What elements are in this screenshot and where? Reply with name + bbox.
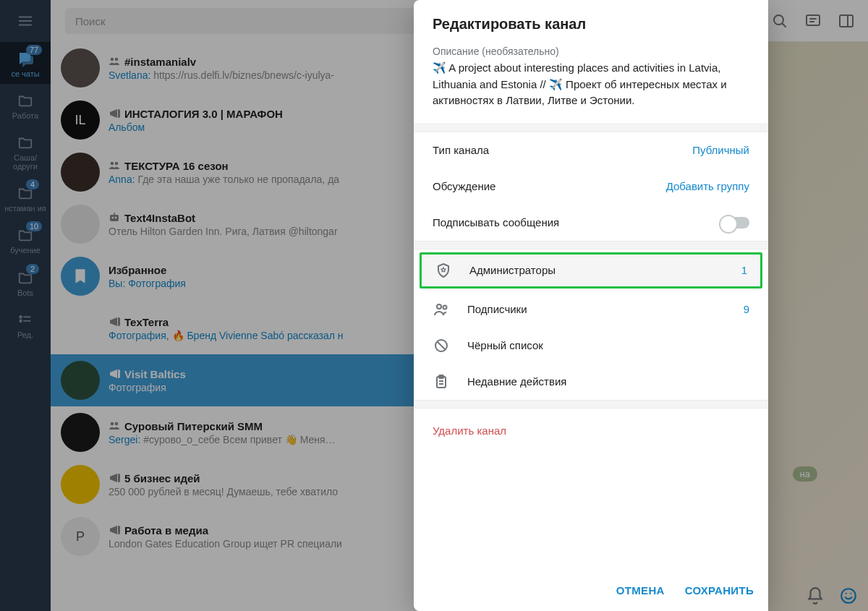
ban-icon [433,337,450,354]
subscribers-row[interactable]: Подписчики 9 [414,291,768,328]
channel-type-row[interactable]: Тип канала Публичный [414,132,768,168]
section-divider [414,241,768,249]
administrators-label: Администраторы [469,264,724,276]
cancel-button[interactable]: ОТМЕНА [616,584,665,597]
description-label: Описание (необязательно) [433,46,749,57]
svg-point-15 [437,304,441,309]
sign-messages-toggle[interactable] [720,217,749,228]
channel-type-label: Тип канала [433,144,489,156]
discussion-value: Добавить группу [666,180,749,192]
sign-messages-label: Подписывать сообщения [433,216,559,228]
sign-messages-row[interactable]: Подписывать сообщения [414,205,768,241]
channel-type-value: Публичный [692,144,749,156]
blacklist-label: Чёрный список [467,339,749,351]
discussion-row[interactable]: Обсуждение Добавить группу [414,168,768,205]
administrators-count: 1 [741,264,747,276]
delete-channel-label: Удалить канал [433,424,506,437]
shield-icon [435,262,452,279]
description-block[interactable]: Описание (необязательно) ✈️ A project ab… [414,46,768,124]
modal-footer: ОТМЕНА СОХРАНИТЬ [414,573,768,611]
delete-channel-row[interactable]: Удалить канал [414,409,768,445]
blacklist-row[interactable]: Чёрный список [414,328,768,364]
section-divider [414,400,768,409]
discussion-label: Обсуждение [433,180,495,192]
section-divider [414,124,768,132]
modal-title: Редактировать канал [414,0,768,46]
administrators-row[interactable]: Администраторы 1 [420,252,762,289]
subscribers-label: Подписчики [467,303,726,315]
recent-actions-row[interactable]: Недавние действия [414,364,768,400]
modal-body: Описание (необязательно) ✈️ A project ab… [414,46,768,573]
subscribers-count: 9 [744,303,749,315]
recent-actions-label: Недавние действия [467,375,749,388]
clipboard-icon [433,373,450,390]
people-icon [433,301,450,318]
svg-point-16 [443,305,447,309]
description-text: ✈️ A project about interesting places an… [433,60,749,109]
edit-channel-modal: Редактировать канал Описание (необязател… [414,0,768,611]
save-button[interactable]: СОХРАНИТЬ [685,584,754,597]
